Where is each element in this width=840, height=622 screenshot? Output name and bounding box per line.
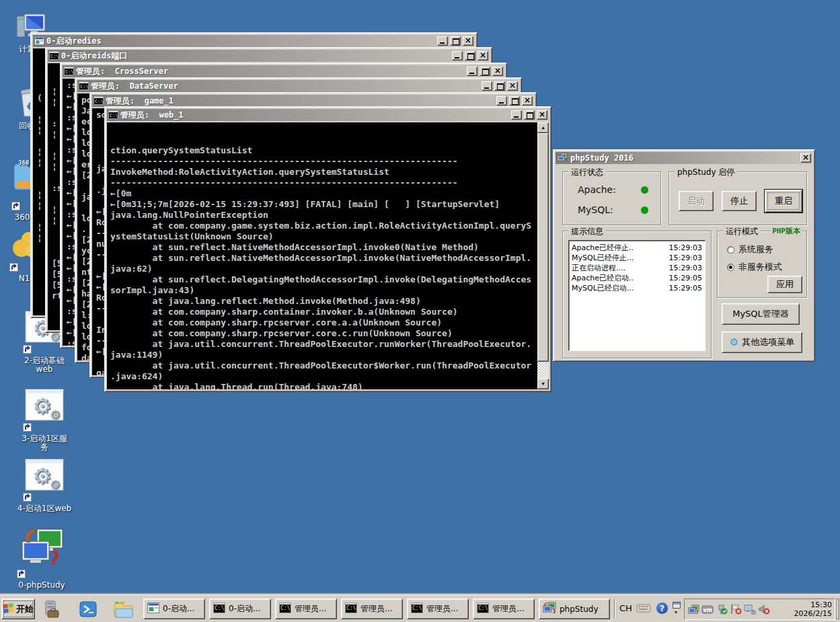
vertical-scrollbar[interactable]: ▲ ▼ [537, 122, 549, 389]
apache-label: Apache: [578, 184, 616, 195]
window-title: 管理员: web_1 [120, 110, 509, 121]
log-row[interactable]: Apache已经停止..15:29:03 [572, 243, 702, 253]
desktop-icon-phpstudy[interactable]: 0-phpStudy [4, 518, 79, 590]
powershell-quicklaunch-icon[interactable] [78, 599, 98, 619]
apply-button[interactable]: 应用 [767, 276, 802, 293]
phpstudy-window[interactable]: phpStudy 2016 运行状态 Apache: MySQL: phpStu… [553, 149, 815, 362]
taskbar-button-web1[interactable]: C:\ 管理员... [473, 598, 535, 619]
mysql-status-indicator [641, 206, 648, 214]
svg-text:C:\: C:\ [50, 54, 59, 59]
window-title: 0-启动reids端口 [61, 50, 450, 62]
log-row[interactable]: MySQL已经停止...15:29:03 [572, 253, 702, 263]
minimize-button[interactable] [496, 96, 507, 106]
taskbar-button-dataserver[interactable]: C:\ 管理员... [341, 598, 403, 619]
minimize-button[interactable] [482, 81, 492, 91]
log-row[interactable]: 正在启动进程....15:29:03 [572, 263, 702, 273]
close-button[interactable] [522, 96, 533, 106]
titlebar[interactable]: C:\ 管理员: CrossServer [63, 65, 504, 77]
minimize-button[interactable] [452, 51, 463, 61]
minimize-button[interactable] [437, 36, 448, 46]
titlebar[interactable]: C:\ 0-启动reids端口 [48, 50, 490, 62]
action-center-flag-tray-icon[interactable] [730, 603, 742, 615]
maximize-button[interactable] [524, 110, 535, 120]
svg-text:C:\: C:\ [215, 605, 225, 611]
minimize-button[interactable] [467, 67, 478, 76]
close-button[interactable] [800, 153, 811, 163]
radio-non-service[interactable]: 非服务模式 [727, 261, 782, 273]
restart-button[interactable]: 重启 [765, 190, 802, 212]
shortcut-arrow-icon [23, 345, 32, 356]
log-row[interactable]: MySQL已经启动...15:29:05 [572, 283, 702, 293]
explorer-quicklaunch-icon[interactable] [113, 599, 133, 619]
usb-device-tray-icon[interactable] [716, 603, 728, 615]
titlebar[interactable]: C:\ 管理员: DataServer [77, 80, 519, 92]
shortcut-arrow-icon [9, 263, 18, 274]
gear-icon: ⚙ [730, 338, 738, 348]
radio-system-service[interactable]: 系统服务 [727, 243, 773, 256]
svg-text:C:\: C:\ [412, 605, 422, 611]
mysql-manager-button[interactable]: MySQL管理器 [722, 303, 800, 325]
taskbar-button-game1[interactable]: C:\ 管理员... [407, 598, 469, 619]
window-title: phpStudy 2016 [570, 153, 798, 163]
windows-flag-icon [3, 603, 14, 615]
vmware-tools-tray-icon[interactable]: vm [701, 603, 714, 615]
scroll-up-button[interactable]: ▲ [537, 122, 549, 133]
maximize-button[interactable] [465, 51, 475, 61]
taskbar-button-phpstudy[interactable]: phpStudy [539, 598, 610, 619]
cmd-icon: C:\ [345, 602, 357, 615]
clock[interactable]: 15:302026/2/15 [794, 600, 832, 618]
log-listbox[interactable]: Apache已经停止..15:29:03 MySQL已经停止...15:29:0… [568, 240, 705, 351]
language-indicator[interactable]: CH [619, 603, 632, 613]
taskbar-button-redis-port[interactable]: C:\ 0-启动... [209, 598, 271, 619]
php-version-link[interactable]: PHP版本 [770, 226, 802, 236]
keyboard-icon[interactable] [636, 602, 651, 616]
taskbar-button-redis[interactable]: 0-启动... [143, 598, 205, 619]
minimize-button[interactable] [511, 110, 522, 120]
titlebar[interactable]: C:\ 管理员: game_1 [92, 95, 534, 107]
maximize-button[interactable] [480, 67, 490, 76]
close-button[interactable] [492, 67, 503, 76]
window-title: 管理员: CrossServer [76, 66, 465, 77]
maximize-button[interactable] [494, 81, 505, 91]
close-button[interactable] [537, 110, 547, 120]
gears-script-icon: ⚙⚙ [24, 379, 65, 432]
server-manager-quicklaunch-icon[interactable] [40, 599, 61, 619]
titlebar[interactable]: 0-启动redies [33, 35, 475, 47]
phpstudy-tray-icon[interactable] [687, 603, 699, 615]
maximize-button[interactable] [509, 96, 520, 106]
start-button[interactable]: 开始 [1, 598, 35, 619]
help-icon[interactable]: ? [656, 602, 668, 614]
desktop-icon-start-zone1-web[interactable]: ⚙⚙ 4-启动1区web [7, 449, 82, 513]
close-button[interactable] [463, 36, 473, 46]
taskbar-button-crossserver[interactable]: C:\ 管理员... [275, 598, 337, 619]
svg-text:C:\: C:\ [65, 69, 74, 75]
start-button[interactable]: 启动 [679, 191, 714, 211]
redis-window-icon [34, 35, 44, 48]
svg-text:C:\: C:\ [95, 99, 104, 104]
phpstudy-icon [18, 518, 65, 579]
group-label: phpStudy 启停 [675, 167, 737, 178]
cmd-icon: C:\ [64, 65, 74, 78]
scrollbar-thumb[interactable] [537, 133, 549, 362]
titlebar[interactable]: C:\ 管理员: web_1 [107, 109, 549, 121]
maximize-button[interactable] [450, 36, 461, 46]
cmd-icon: C:\ [93, 95, 104, 108]
volume-muted-tray-icon[interactable] [758, 603, 770, 615]
phpstudy-icon [557, 153, 568, 164]
show-desktop-button[interactable] [836, 598, 839, 619]
titlebar[interactable]: phpStudy 2016 [556, 152, 812, 164]
stop-button[interactable]: 停止 [722, 191, 757, 211]
window-web1[interactable]: C:\ 管理员: web_1 ction.querySystemStatusLi… [104, 106, 551, 392]
close-button[interactable] [478, 51, 488, 61]
other-options-button[interactable]: ⚙ 其他选项菜单 [722, 332, 802, 353]
taskbar-separator [614, 599, 615, 619]
customize-tray-icon[interactable]: ▾ [673, 602, 682, 614]
network-tray-icon[interactable] [744, 603, 756, 615]
phpstudy-icon [543, 602, 556, 616]
scroll-down-button[interactable]: ▼ [537, 379, 549, 389]
svg-text:⚙: ⚙ [50, 477, 61, 492]
desktop-icon-start-zone1-service[interactable]: ⚙⚙ 3-启动1区服 务 [7, 379, 82, 452]
log-row[interactable]: Apache已经启动..15:29:05 [572, 273, 702, 283]
window-title: 管理员: DataServer [91, 81, 480, 92]
close-button[interactable] [507, 81, 518, 91]
